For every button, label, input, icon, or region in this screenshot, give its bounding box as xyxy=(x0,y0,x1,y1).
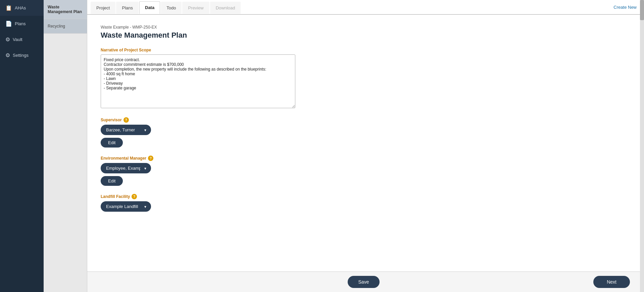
sub-sidebar-recycling-label: Recycling xyxy=(48,24,65,29)
sidebar-item-vault[interactable]: ⚙ Vault xyxy=(0,32,44,47)
tab-plans[interactable]: Plans xyxy=(116,2,139,14)
environmental-manager-label: Environmental Manager ? xyxy=(101,156,627,161)
env-manager-edit-button[interactable]: Edit xyxy=(101,176,123,186)
plan-title: Waste Management Plan xyxy=(101,31,627,40)
env-manager-help-icon[interactable]: ? xyxy=(148,156,153,161)
tab-download: Download xyxy=(210,2,241,14)
next-button[interactable]: Next xyxy=(593,276,630,288)
scroll-thumb[interactable] xyxy=(640,0,644,20)
sidebar-item-vault-label: Vault xyxy=(13,37,22,42)
save-button[interactable]: Save xyxy=(348,276,380,288)
supervisor-dropdown[interactable]: Barzee, Turner xyxy=(101,125,151,135)
sidebar-item-plans-label: Plans xyxy=(15,21,26,26)
create-new-button[interactable]: Create New xyxy=(613,5,637,10)
landfill-facility-section: Landfill Facility ? Example Landfill xyxy=(101,194,627,214)
tab-project[interactable]: Project xyxy=(91,2,115,14)
sidebar-item-settings[interactable]: ⚙ Settings xyxy=(0,47,44,63)
landfill-help-icon[interactable]: ? xyxy=(132,194,137,199)
sidebar: 📋 AHAs 📄 Plans ⚙ Vault ⚙ Settings xyxy=(0,0,44,292)
env-manager-dropdown[interactable]: Employee, Example xyxy=(101,163,151,173)
tab-bar: Project Plans Data Todo Preview Download… xyxy=(87,0,640,15)
env-manager-dropdown-wrapper: Employee, Example xyxy=(101,163,151,173)
sidebar-item-ahas[interactable]: 📋 AHAs xyxy=(0,0,44,16)
landfill-facility-label: Landfill Facility ? xyxy=(101,194,627,199)
main-content: Project Plans Data Todo Preview Download… xyxy=(87,0,640,292)
supervisor-section: Supervisor ? Barzee, Turner Edit xyxy=(101,117,627,148)
content-area: Waste Example - WMP-250-EX Waste Managem… xyxy=(87,15,640,272)
supervisor-edit-button[interactable]: Edit xyxy=(101,138,123,148)
landfill-dropdown-wrapper: Example Landfill xyxy=(101,201,151,212)
supervisor-help-icon[interactable]: ? xyxy=(123,117,129,123)
settings-icon: ⚙ xyxy=(5,52,10,58)
ahas-icon: 📋 xyxy=(5,5,12,11)
sub-sidebar: Waste Management Plan Recycling xyxy=(44,0,87,292)
tab-data[interactable]: Data xyxy=(139,1,160,14)
plan-subtitle: Waste Example - WMP-250-EX xyxy=(101,25,627,30)
scrollbar[interactable] xyxy=(640,0,644,292)
supervisor-dropdown-wrapper: Barzee, Turner xyxy=(101,125,151,135)
narrative-label: Narrative of Project Scope xyxy=(101,48,627,52)
sub-sidebar-item-recycling[interactable]: Recycling xyxy=(44,19,87,34)
sidebar-item-ahas-label: AHAs xyxy=(15,5,26,10)
sidebar-item-plans[interactable]: 📄 Plans xyxy=(0,16,44,32)
bottom-bar: Save Next xyxy=(87,272,640,292)
environmental-manager-section: Environmental Manager ? Employee, Exampl… xyxy=(101,156,627,186)
sub-sidebar-item-wmp[interactable]: Waste Management Plan xyxy=(44,0,87,19)
tab-preview: Preview xyxy=(182,2,209,14)
narrative-textarea[interactable]: Fixed price contract. Contractor commitm… xyxy=(101,54,295,108)
sidebar-item-settings-label: Settings xyxy=(13,53,29,58)
supervisor-label: Supervisor ? xyxy=(101,117,627,123)
tab-todo[interactable]: Todo xyxy=(161,2,182,14)
sub-sidebar-wmp-label: Waste Management Plan xyxy=(48,5,82,14)
landfill-dropdown[interactable]: Example Landfill xyxy=(101,201,151,212)
narrative-section: Narrative of Project Scope Fixed price c… xyxy=(101,48,627,109)
plans-icon: 📄 xyxy=(5,20,12,27)
vault-icon: ⚙ xyxy=(5,36,10,43)
